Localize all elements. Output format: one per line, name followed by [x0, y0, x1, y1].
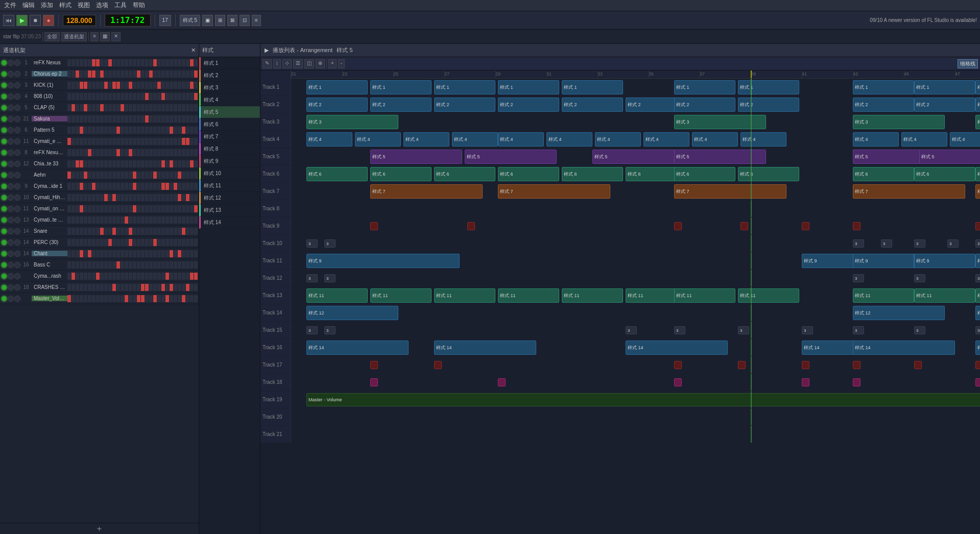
pad[interactable] — [88, 183, 91, 190]
channel-btn-1[interactable] — [8, 82, 14, 88]
channel-row[interactable]: 14Snare — [0, 226, 199, 237]
clip[interactable]: 3 — [853, 326, 864, 334]
pad[interactable] — [149, 104, 153, 111]
pad[interactable] — [190, 284, 194, 291]
pad[interactable] — [178, 59, 181, 66]
channel-name[interactable]: Cyma...rash — [32, 273, 67, 279]
pad[interactable] — [133, 239, 136, 246]
pad[interactable] — [108, 149, 112, 156]
pad[interactable] — [71, 93, 75, 100]
pad[interactable] — [76, 138, 79, 145]
channel-btn-2[interactable] — [14, 195, 20, 201]
pad[interactable] — [92, 228, 95, 235]
pad[interactable] — [76, 216, 79, 224]
pad[interactable] — [121, 104, 124, 111]
pad[interactable] — [161, 59, 165, 66]
pad[interactable] — [137, 261, 140, 269]
clip[interactable]: 样式 1 — [370, 80, 432, 94]
toolbar2-btn3[interactable]: ≡ — [90, 32, 99, 41]
channel-row[interactable]: 16Bass C — [0, 259, 199, 271]
pad[interactable] — [194, 194, 198, 201]
pad[interactable] — [92, 273, 95, 280]
pad[interactable] — [194, 239, 198, 246]
track-content[interactable] — [291, 356, 980, 373]
clip[interactable]: 样式 7 — [674, 184, 786, 199]
pad[interactable] — [141, 115, 145, 123]
pad[interactable] — [100, 239, 104, 246]
pad[interactable] — [88, 172, 91, 179]
pad[interactable] — [190, 59, 194, 66]
channel-name[interactable]: Cymati_Hihat 5 — [32, 195, 67, 200]
pad[interactable] — [84, 172, 87, 179]
pad[interactable] — [88, 70, 91, 78]
pad[interactable] — [125, 183, 128, 190]
pad[interactable] — [133, 93, 136, 100]
pad[interactable] — [88, 59, 91, 66]
clip[interactable]: 3 — [975, 326, 980, 334]
channel-btn-2[interactable] — [14, 161, 20, 167]
pad[interactable] — [182, 172, 185, 179]
pad[interactable] — [92, 70, 95, 78]
pad[interactable] — [153, 82, 157, 89]
clip[interactable]: 样式 3 — [853, 115, 945, 129]
pad[interactable] — [129, 115, 132, 123]
pad[interactable] — [145, 261, 149, 269]
pad[interactable] — [76, 70, 79, 78]
pad[interactable] — [194, 172, 198, 179]
pad[interactable] — [190, 127, 194, 134]
pad[interactable] — [96, 70, 100, 78]
pad[interactable] — [100, 228, 104, 235]
pad[interactable] — [149, 261, 153, 269]
clip[interactable]: 样式 9 — [975, 254, 980, 268]
pad[interactable] — [100, 273, 104, 280]
pad[interactable] — [186, 239, 189, 246]
pad[interactable] — [71, 172, 75, 179]
pad[interactable] — [84, 295, 87, 302]
pad[interactable] — [137, 183, 140, 190]
clip[interactable]: 样式 2 — [306, 98, 368, 112]
pad[interactable] — [71, 194, 75, 201]
channel-btn-1[interactable] — [8, 217, 14, 223]
pad[interactable] — [141, 273, 145, 280]
pad[interactable] — [116, 82, 120, 89]
pad[interactable] — [108, 70, 112, 78]
pad[interactable] — [112, 59, 116, 66]
pattern-num[interactable]: 17 — [159, 15, 171, 26]
pad[interactable] — [84, 216, 87, 224]
pad[interactable] — [174, 216, 177, 224]
channel-name[interactable]: Cymati..te Ride — [32, 217, 67, 223]
pad[interactable] — [121, 149, 124, 156]
pad[interactable] — [153, 183, 157, 190]
pad[interactable] — [174, 261, 177, 269]
pad[interactable] — [174, 59, 177, 66]
pad[interactable] — [174, 295, 177, 302]
pad[interactable] — [129, 239, 132, 246]
pad[interactable] — [190, 82, 194, 89]
pattern-item[interactable]: 样式 12 — [199, 192, 260, 204]
pad[interactable] — [174, 149, 177, 156]
pad[interactable] — [112, 216, 116, 224]
pad[interactable] — [182, 261, 185, 269]
pad[interactable] — [182, 59, 185, 66]
track-content[interactable] — [291, 426, 980, 443]
pad[interactable] — [92, 284, 95, 291]
pad[interactable] — [121, 93, 124, 100]
pad[interactable] — [170, 216, 173, 224]
pad[interactable] — [108, 160, 112, 167]
arr-tool6[interactable]: ⊕ — [316, 59, 325, 68]
pad[interactable] — [153, 205, 157, 212]
pad[interactable] — [145, 138, 149, 145]
clip[interactable]: 样式 4 — [853, 132, 899, 147]
pad[interactable] — [149, 149, 153, 156]
channel-btn-2[interactable] — [14, 93, 20, 100]
pad[interactable] — [71, 250, 75, 257]
pad[interactable] — [133, 149, 136, 156]
pad[interactable] — [157, 160, 161, 167]
toolbar2-btn2[interactable]: 通道机架 — [61, 32, 87, 41]
menu-add[interactable]: 添加 — [41, 1, 53, 10]
pad[interactable] — [112, 149, 116, 156]
pad[interactable] — [84, 82, 87, 89]
pad[interactable] — [104, 183, 108, 190]
pad[interactable] — [174, 160, 177, 167]
channel-btn-1[interactable] — [8, 71, 14, 77]
